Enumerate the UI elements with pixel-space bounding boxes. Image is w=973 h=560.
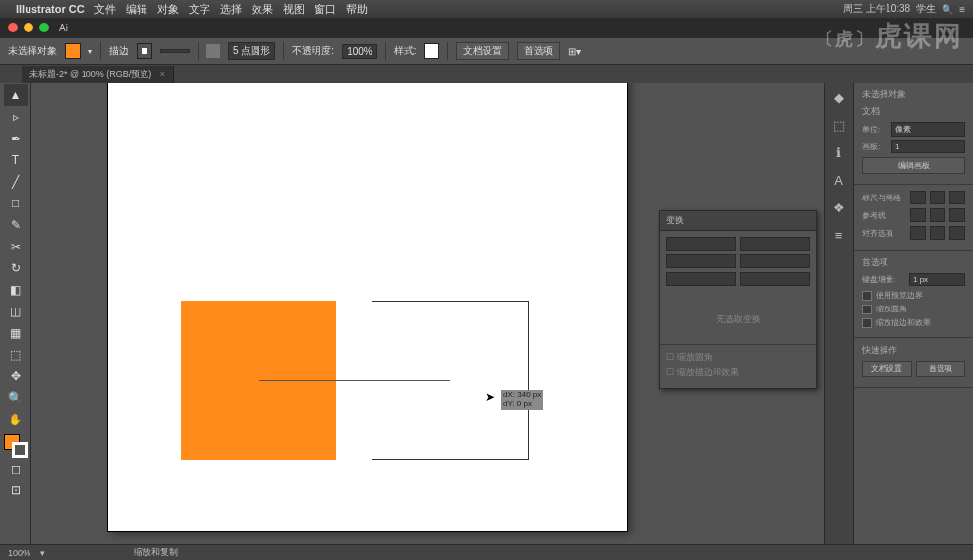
app-name[interactable]: Illustrator CC bbox=[16, 3, 85, 15]
snap-grid-icon[interactable] bbox=[949, 226, 965, 240]
menubar-clock: 周三 上午10:38 bbox=[843, 2, 910, 16]
stroke-color-icon[interactable] bbox=[12, 442, 28, 458]
fill-stroke-control[interactable] bbox=[4, 434, 28, 458]
search-icon[interactable]: 🔍 bbox=[942, 4, 953, 15]
menu-select[interactable]: 选择 bbox=[220, 2, 242, 17]
menu-extra-icon[interactable]: ≡ bbox=[959, 4, 965, 15]
scissors-tool[interactable]: ✂ bbox=[4, 236, 28, 257]
measurement-tooltip: dX: 340 px dY: 0 px bbox=[501, 390, 543, 410]
traffic-lights bbox=[8, 23, 49, 32]
transform-w-field[interactable] bbox=[740, 237, 810, 251]
chk-scale-corners[interactable]: 缩放圆角 bbox=[862, 304, 965, 314]
opacity-label: 不透明度: bbox=[292, 44, 334, 58]
transform-angle-field[interactable] bbox=[666, 272, 736, 286]
menu-help[interactable]: 帮助 bbox=[346, 2, 368, 17]
menu-type[interactable]: 文字 bbox=[189, 2, 210, 17]
transform-y-field[interactable] bbox=[666, 254, 736, 268]
units-field[interactable]: 像素 bbox=[891, 122, 965, 137]
zoom-dropdown-icon[interactable]: ▾ bbox=[40, 548, 45, 558]
close-icon[interactable] bbox=[8, 23, 18, 32]
align-icon[interactable]: ⊞▾ bbox=[568, 46, 581, 57]
menu-window[interactable]: 窗口 bbox=[315, 2, 336, 17]
transform-panel-tab[interactable]: 变换 bbox=[660, 211, 816, 231]
artboard-tool[interactable]: ⬚ bbox=[4, 344, 28, 365]
drag-guide-line bbox=[259, 380, 450, 381]
gradient-tool[interactable]: ▦ bbox=[4, 322, 28, 344]
transform-no-selection: 无选取变换 bbox=[660, 296, 816, 344]
minimize-icon[interactable] bbox=[24, 23, 33, 32]
menu-effect[interactable]: 效果 bbox=[252, 2, 273, 17]
draw-mode-icon[interactable]: ◻ bbox=[4, 458, 28, 479]
paintbrush-tool[interactable]: ✎ bbox=[4, 214, 28, 236]
cursor-icon: ➤ bbox=[486, 390, 495, 404]
key-inc-field[interactable]: 1 px bbox=[909, 273, 965, 286]
dock-layers-icon[interactable]: ⬚ bbox=[830, 116, 848, 134]
type-tool[interactable]: T bbox=[4, 149, 28, 171]
rectangle-tool[interactable]: □ bbox=[4, 193, 28, 214]
shape-builder-tool[interactable]: ◫ bbox=[4, 301, 28, 322]
preferences-button[interactable]: 首选项 bbox=[517, 42, 560, 60]
guides-show-icon[interactable] bbox=[910, 208, 926, 222]
stroke-weight-field[interactable] bbox=[160, 49, 190, 53]
quick-doc-setup-button[interactable]: 文档设置 bbox=[862, 361, 912, 377]
smart-guides-icon[interactable] bbox=[949, 208, 965, 222]
document-tab[interactable]: 未标题-2* @ 100% (RGB/预览) × bbox=[22, 66, 174, 83]
dock-libraries-icon[interactable]: ≡ bbox=[830, 226, 848, 244]
transform-panel[interactable]: 变换 无选取变换 ☐ 缩放圆角 ☐ 缩放描边和效果 bbox=[659, 210, 817, 389]
snap-point-icon[interactable] bbox=[910, 226, 926, 240]
selection-tool[interactable]: ▲ bbox=[4, 84, 28, 106]
transform-opt-strokes[interactable]: ☐ 缩放描边和效果 bbox=[666, 366, 810, 379]
quick-prefs-button[interactable]: 首选项 bbox=[916, 361, 966, 377]
control-bar: 未选择对象 ▾ 描边 5 点圆形 不透明度: 100% 样式: 文档设置 首选项… bbox=[0, 37, 973, 65]
screen-mode-icon[interactable]: ⊡ bbox=[4, 479, 28, 501]
menu-file[interactable]: 文件 bbox=[94, 2, 116, 17]
main-area: ▲ ▹ ✒ T ╱ □ ✎ ✂ ↻ ◧ ◫ ▦ ⬚ ✥ 🔍 ✋ ◻ ⊡ ➤ dX… bbox=[0, 83, 973, 544]
menu-edit[interactable]: 编辑 bbox=[126, 2, 147, 17]
style-swatch[interactable] bbox=[424, 43, 439, 59]
edit-artboards-button[interactable]: 编辑画板 bbox=[862, 157, 965, 174]
chk-preview-bounds[interactable]: 使用预览边界 bbox=[862, 290, 965, 301]
menu-view[interactable]: 视图 bbox=[283, 2, 305, 17]
transform-h-field[interactable] bbox=[740, 254, 810, 268]
opacity-field[interactable]: 100% bbox=[342, 44, 377, 59]
doc-setup-button[interactable]: 文档设置 bbox=[456, 42, 509, 60]
dropdown-icon[interactable]: ▾ bbox=[88, 47, 92, 56]
menu-object[interactable]: 对象 bbox=[157, 2, 179, 17]
transparency-grid-icon[interactable] bbox=[949, 191, 965, 204]
width-tool[interactable]: ◧ bbox=[4, 279, 28, 301]
ruler-icon[interactable] bbox=[910, 191, 926, 204]
transform-shear-field[interactable] bbox=[740, 272, 810, 286]
transform-opt-corners[interactable]: ☐ 缩放圆角 bbox=[666, 351, 810, 364]
ruler-grid-label: 标尺与网格 bbox=[862, 193, 906, 203]
brush-preset-field[interactable]: 5 点圆形 bbox=[228, 42, 275, 60]
right-dock: ◆ ⬚ ℹ A ❖ ≡ bbox=[824, 83, 853, 544]
guides-lock-icon[interactable] bbox=[930, 208, 945, 222]
chk-scale-strokes[interactable]: 缩放描边和效果 bbox=[862, 317, 965, 328]
zoom-icon[interactable] bbox=[39, 23, 49, 32]
dock-properties-icon[interactable]: ◆ bbox=[830, 88, 848, 106]
snap-pixel-icon[interactable] bbox=[930, 226, 945, 240]
pen-tool[interactable]: ✒ bbox=[4, 128, 28, 149]
fill-swatch[interactable] bbox=[65, 43, 81, 59]
status-bar: 100% ▾ 缩放和复制 bbox=[0, 544, 973, 560]
artboard-field[interactable]: 1 bbox=[891, 140, 965, 153]
eyedropper-tool[interactable]: ✥ bbox=[4, 365, 28, 387]
canvas[interactable]: ➤ dX: 340 px dY: 0 px 变换 bbox=[31, 83, 824, 544]
direct-selection-tool[interactable]: ▹ bbox=[4, 106, 28, 128]
brush-icon[interactable] bbox=[206, 44, 220, 58]
document-tabs: 未标题-2* @ 100% (RGB/预览) × bbox=[0, 65, 973, 83]
stroke-swatch[interactable] bbox=[137, 43, 152, 59]
rotate-tool[interactable]: ↻ bbox=[4, 257, 28, 279]
close-tab-icon[interactable]: × bbox=[160, 69, 165, 79]
zoom-level[interactable]: 100% bbox=[8, 548, 30, 558]
status-action: 缩放和复制 bbox=[134, 546, 178, 559]
grid-icon[interactable] bbox=[930, 191, 945, 204]
transform-x-field[interactable] bbox=[666, 237, 736, 251]
units-label: 单位: bbox=[862, 124, 887, 135]
dock-type-icon[interactable]: A bbox=[830, 171, 848, 189]
dock-info-icon[interactable]: ℹ bbox=[830, 143, 848, 161]
hand-tool[interactable]: ✋ bbox=[4, 409, 28, 430]
line-tool[interactable]: ╱ bbox=[4, 171, 28, 193]
zoom-tool[interactable]: 🔍 bbox=[4, 387, 28, 409]
dock-appearance-icon[interactable]: ❖ bbox=[830, 198, 848, 216]
